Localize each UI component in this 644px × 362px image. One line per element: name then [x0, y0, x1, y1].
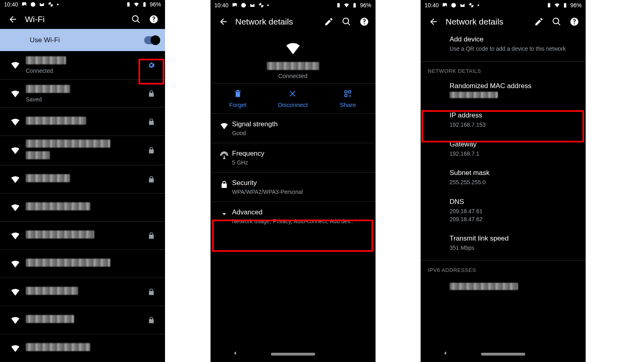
help-button[interactable] — [355, 13, 373, 31]
wifi-signal-icon — [6, 287, 24, 297]
wifi-network-item[interactable] — [0, 165, 165, 193]
wifi-network-item[interactable] — [0, 107, 165, 136]
notif-image-icon — [21, 2, 27, 7]
notif-image-icon — [442, 2, 448, 8]
wifi-signal-icon — [6, 89, 24, 99]
appbar-network-details: Network details — [421, 10, 586, 33]
ssid-redacted — [26, 174, 70, 182]
ssid-redacted — [26, 343, 90, 351]
wifi-signal-icon — [6, 259, 24, 269]
wifi-status-icon — [344, 2, 349, 8]
nav-back-button[interactable] — [231, 350, 239, 358]
wifi-icon — [216, 120, 232, 130]
wifi-signal-icon — [6, 60, 24, 70]
mac-redacted — [450, 92, 498, 98]
notif-xbox-icon — [30, 2, 36, 7]
wifi-network-item[interactable] — [0, 334, 165, 362]
back-button[interactable] — [4, 10, 22, 28]
use-wifi-label: Use Wi-Fi — [30, 36, 60, 44]
nav-bar — [421, 346, 586, 362]
ssid-redacted — [26, 259, 110, 267]
search-button[interactable] — [338, 13, 355, 31]
phone-1-wifi-list: 10:40 • 96% Wi-Fi Use Wi-Fi — [0, 0, 165, 362]
wifi-network-item[interactable] — [0, 193, 165, 221]
ipv6-redacted — [450, 283, 518, 290]
search-button[interactable] — [548, 13, 566, 31]
gesture-pill[interactable] — [271, 353, 315, 356]
frequency-icon — [216, 150, 232, 160]
status-bar: 10:40 • 96% — [421, 0, 586, 10]
ip-address-row: IP address 192.168.7.153 — [421, 106, 586, 135]
appbar-wifi: Wi-Fi — [0, 9, 165, 29]
gesture-pill[interactable] — [481, 353, 525, 356]
subnet-mask-row: Subnet mask 255.255.255.0 — [421, 163, 586, 192]
status-time: 10:40 — [425, 2, 439, 8]
help-button[interactable] — [145, 10, 163, 28]
wifi-signal-icon — [6, 117, 24, 127]
advanced-row[interactable]: Advanced Network usage, Privacy, Auto-co… — [211, 202, 376, 231]
lock-icon — [143, 118, 159, 126]
wifi-network-item[interactable] — [0, 136, 165, 165]
close-icon — [289, 89, 297, 98]
vibrate-icon — [336, 2, 341, 8]
wifi-icon — [285, 40, 301, 56]
svg-point-0 — [31, 2, 35, 7]
vibrate-icon — [126, 2, 131, 7]
lock-icon — [216, 179, 232, 189]
wifi-network-item[interactable] — [0, 249, 165, 278]
edit-button[interactable] — [530, 13, 548, 31]
wifi-network-item[interactable] — [0, 306, 165, 334]
wifi-network-item[interactable] — [0, 221, 165, 249]
mac-address-row: Randomized MAC address — [421, 76, 586, 106]
wifi-signal-icon — [6, 146, 24, 155]
notif-photos-icon — [48, 2, 54, 7]
status-bar: 10:40 • 96% — [0, 0, 165, 9]
wifi-status-icon — [134, 2, 139, 7]
ssid-redacted — [26, 202, 90, 210]
wifi-network-connected[interactable]: Connected — [0, 51, 165, 79]
back-button[interactable] — [425, 13, 442, 31]
status-time: 10:40 — [215, 2, 229, 8]
help-button[interactable] — [566, 13, 583, 31]
notif-image-icon — [232, 2, 237, 8]
lock-icon — [143, 90, 159, 98]
battery-percent: 96% — [150, 1, 161, 8]
appbar-network-details: Network details — [211, 10, 376, 33]
notif-more-icon: • — [57, 1, 60, 8]
battery-percent: 96% — [570, 2, 582, 8]
forget-button[interactable]: Forget — [211, 84, 266, 113]
ipv6-address-row — [421, 276, 586, 298]
share-button[interactable]: Share — [320, 84, 376, 113]
svg-point-2 — [451, 3, 456, 8]
network-settings-button[interactable] — [143, 61, 159, 69]
notif-gmail-icon — [39, 2, 45, 7]
transmit-link-speed-row: Transmit link speed 351 Mbps — [421, 229, 586, 258]
frequency-row: Frequency 5 GHz — [211, 143, 376, 173]
security-row: Security WPA/WPA2/WPA3-Personal — [211, 173, 376, 202]
notif-more-icon: • — [477, 2, 480, 8]
ssid-redacted — [26, 117, 86, 125]
ssid-redacted — [26, 85, 70, 93]
expand-icon — [216, 208, 232, 218]
add-device-row[interactable]: Add device Use a QR code to add a device… — [421, 33, 586, 59]
edit-button[interactable] — [320, 13, 338, 31]
wifi-signal-icon — [6, 315, 24, 325]
wifi-toggle-switch[interactable] — [144, 36, 159, 44]
use-wifi-toggle-row[interactable]: Use Wi-Fi — [0, 29, 165, 51]
wifi-signal-icon — [6, 231, 24, 241]
wifi-network-saved[interactable]: Saved — [0, 79, 165, 107]
ssid-redacted — [26, 315, 74, 323]
connection-status: Connected — [211, 72, 376, 79]
disconnect-button[interactable]: Disconnect — [265, 84, 320, 113]
notif-xbox-icon — [451, 2, 456, 8]
phone-3-network-details-advanced: 10:40 • 96% Network details Add device U… — [421, 0, 586, 362]
nav-back-button[interactable] — [442, 350, 449, 358]
back-button[interactable] — [215, 13, 232, 31]
signal-strength-row: Signal strength Good — [211, 114, 376, 143]
wifi-network-item[interactable] — [0, 278, 165, 306]
status-bar: 10:40 • 96% — [211, 0, 376, 10]
lock-icon — [143, 288, 159, 296]
battery-icon — [562, 2, 568, 8]
search-button[interactable] — [127, 10, 145, 28]
network-actions: Forget Disconnect Share — [211, 83, 376, 114]
